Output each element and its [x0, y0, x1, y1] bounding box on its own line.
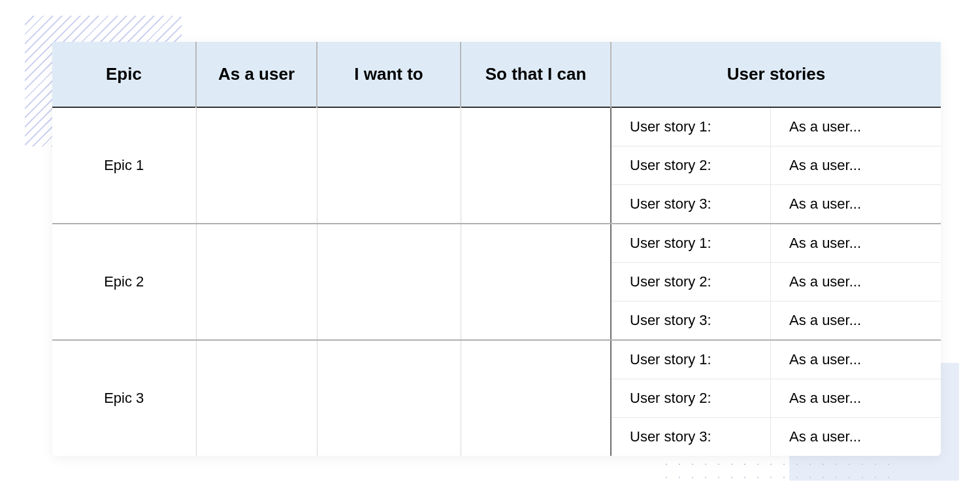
cell-as-a-user — [196, 107, 317, 224]
story-label: User story 3: — [612, 301, 771, 340]
stories-subtable: User story 1: As a user... User story 2:… — [612, 341, 941, 456]
story-row: User story 1: As a user... — [612, 341, 941, 379]
story-label: User story 2: — [612, 263, 771, 301]
cell-i-want-to — [317, 224, 461, 340]
story-row: User story 2: As a user... — [612, 379, 941, 418]
header-i-want-to: I want to — [317, 42, 461, 107]
story-text: As a user... — [771, 301, 941, 340]
story-row: User story 3: As a user... — [612, 185, 941, 224]
story-text: As a user... — [771, 379, 941, 418]
story-label: User story 1: — [612, 108, 771, 146]
story-label: User story 1: — [612, 224, 771, 263]
story-label: User story 2: — [612, 379, 771, 418]
story-text: As a user... — [771, 263, 941, 301]
cell-epic: Epic 3 — [52, 340, 196, 456]
story-row: User story 1: As a user... — [612, 224, 941, 263]
story-row: User story 1: As a user... — [612, 108, 941, 146]
epic-table: Epic As a user I want to So that I can U… — [52, 42, 941, 456]
header-epic: Epic — [52, 42, 196, 107]
cell-so-that — [461, 107, 611, 224]
story-label: User story 3: — [612, 185, 771, 224]
stories-subtable: User story 1: As a user... User story 2:… — [612, 108, 941, 223]
story-row: User story 2: As a user... — [612, 263, 941, 301]
story-row: User story 3: As a user... — [612, 418, 941, 456]
header-row: Epic As a user I want to So that I can U… — [52, 42, 941, 107]
story-text: As a user... — [771, 185, 941, 224]
story-row: User story 3: As a user... — [612, 301, 941, 340]
epic-table-container: Epic As a user I want to So that I can U… — [52, 42, 941, 456]
header-user-stories: User stories — [611, 42, 941, 107]
story-text: As a user... — [771, 224, 941, 263]
cell-user-stories: User story 1: As a user... User story 2:… — [611, 340, 941, 456]
story-text: As a user... — [771, 146, 941, 185]
header-as-a-user: As a user — [196, 42, 317, 107]
cell-epic: Epic 2 — [52, 224, 196, 340]
story-label: User story 1: — [612, 341, 771, 379]
header-so-that: So that I can — [461, 42, 611, 107]
cell-user-stories: User story 1: As a user... User story 2:… — [611, 224, 941, 340]
story-text: As a user... — [771, 108, 941, 146]
story-text: As a user... — [771, 418, 941, 456]
cell-i-want-to — [317, 107, 461, 224]
cell-i-want-to — [317, 340, 461, 456]
cell-as-a-user — [196, 224, 317, 340]
cell-user-stories: User story 1: As a user... User story 2:… — [611, 107, 941, 224]
story-text: As a user... — [771, 341, 941, 379]
cell-epic: Epic 1 — [52, 107, 196, 224]
story-label: User story 2: — [612, 146, 771, 185]
cell-as-a-user — [196, 340, 317, 456]
table-row: Epic 3 User story 1: As a user... User s… — [52, 340, 941, 456]
story-row: User story 2: As a user... — [612, 146, 941, 185]
table-row: Epic 2 User story 1: As a user... User s… — [52, 224, 941, 340]
stories-subtable: User story 1: As a user... User story 2:… — [612, 224, 941, 339]
cell-so-that — [461, 224, 611, 340]
cell-so-that — [461, 340, 611, 456]
story-label: User story 3: — [612, 418, 771, 456]
table-row: Epic 1 User story 1: As a user... User s… — [52, 107, 941, 224]
